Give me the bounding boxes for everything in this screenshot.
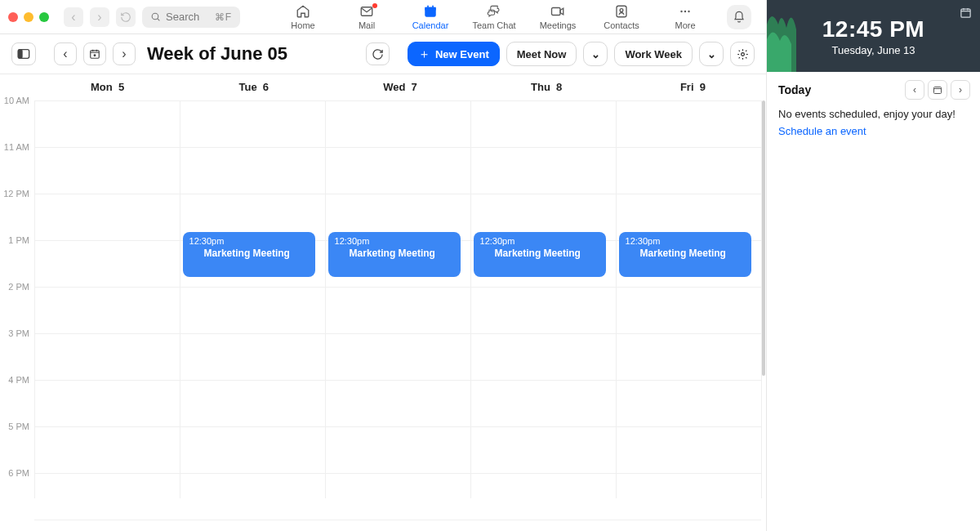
hour-label: 2 PM xyxy=(0,282,34,328)
view-select-dropdown[interactable]: ⌄ xyxy=(699,42,724,66)
today-button[interactable] xyxy=(83,42,106,65)
meet-now-dropdown[interactable]: ⌄ xyxy=(583,42,608,66)
chevron-down-icon: ⌄ xyxy=(591,48,600,60)
calendar-event[interactable]: 12:30pmMarketing Meeting xyxy=(183,232,315,277)
calendar-event[interactable]: 12:30pmMarketing Meeting xyxy=(619,232,751,277)
nav-tab-label: More xyxy=(675,20,695,30)
nav-tab-label: Meetings xyxy=(540,20,577,30)
top-nav: HomeMailCalendarTeam ChatMeetingsContact… xyxy=(271,4,720,30)
nav-history-button[interactable] xyxy=(116,7,136,27)
svg-point-9 xyxy=(680,10,682,11)
sidebar-jump-today[interactable] xyxy=(928,80,947,100)
nav-tab-label: Home xyxy=(291,20,314,30)
prev-week-button[interactable]: ‹ xyxy=(54,42,77,65)
search-placeholder: Search xyxy=(166,11,199,23)
nav-tab-calendar[interactable]: Calendar xyxy=(399,4,462,30)
hour-label: 11 AM xyxy=(0,142,34,189)
meet-now-button[interactable]: Meet Now xyxy=(506,42,577,66)
nav-tab-home[interactable]: Home xyxy=(271,4,335,30)
svg-rect-3 xyxy=(425,7,436,10)
calendar-event[interactable]: 12:30pmMarketing Meeting xyxy=(328,232,461,277)
day-headers: Mon 5Tue 6Wed 7Thu 8Fri 9 xyxy=(34,74,766,100)
day-gridline xyxy=(325,100,326,498)
view-select-button[interactable]: Work Week xyxy=(614,42,693,66)
titlebar: ‹ › Search ⌘F HomeMailCalendarTeam ChatM… xyxy=(0,0,766,34)
grid-body[interactable]: 12:30pmMarketing Meeting12:30pmMarketing… xyxy=(34,100,761,498)
svg-rect-18 xyxy=(934,87,942,94)
svg-rect-6 xyxy=(552,7,561,15)
bell-icon xyxy=(733,11,746,24)
today-icon xyxy=(933,85,942,95)
event-title: Marketing Meeting xyxy=(480,248,599,259)
next-week-button[interactable]: › xyxy=(113,42,136,65)
search-shortcut: ⌘F xyxy=(215,11,232,23)
toggle-sidebar-button[interactable] xyxy=(11,42,36,65)
svg-rect-5 xyxy=(432,5,434,8)
close-window[interactable] xyxy=(8,12,18,22)
day-header: Thu 8 xyxy=(474,74,620,100)
svg-point-0 xyxy=(152,13,158,20)
day-gridline xyxy=(180,100,180,498)
hour-gridline xyxy=(34,520,761,520)
contacts-icon xyxy=(613,4,630,19)
view-label: Work Week xyxy=(625,48,682,60)
hour-gridline xyxy=(34,426,761,427)
refresh-icon xyxy=(372,48,384,60)
sidebar-next-day[interactable]: › xyxy=(951,80,970,100)
event-title: Marketing Meeting xyxy=(189,248,309,259)
refresh-button[interactable] xyxy=(366,42,390,65)
hour-label: 5 PM xyxy=(0,422,34,468)
nav-tab-contacts[interactable]: Contacts xyxy=(590,4,653,30)
svg-point-15 xyxy=(94,55,96,56)
window-controls xyxy=(8,12,49,22)
event-time: 12:30pm xyxy=(626,235,745,247)
hour-gridline xyxy=(34,100,761,101)
scrollbar[interactable] xyxy=(762,100,765,376)
svg-point-16 xyxy=(741,52,744,56)
nav-tab-meetings[interactable]: Meetings xyxy=(526,4,590,30)
new-event-label: New Event xyxy=(435,48,489,60)
plus-icon: ＋ xyxy=(418,47,430,62)
notifications-button[interactable] xyxy=(727,5,751,29)
hour-gridline xyxy=(34,473,761,474)
time-gutter: 10 AM11 AM12 PM1 PM2 PM3 PM4 PM5 PM6 PM xyxy=(0,100,34,520)
nav-tab-more[interactable]: More xyxy=(653,4,717,30)
nav-tab-label: Contacts xyxy=(604,20,639,30)
sidebar-today-row: Today ‹ › xyxy=(767,72,980,105)
nav-tab-team-chat[interactable]: Team Chat xyxy=(462,4,526,30)
agenda-sidebar: 12:45 PM Tuesday, June 13 Today ‹ › No e… xyxy=(766,0,980,531)
sidebar-today-label: Today xyxy=(778,83,811,96)
mini-calendar-icon[interactable] xyxy=(960,7,972,19)
minimize-window[interactable] xyxy=(24,12,33,22)
svg-rect-17 xyxy=(961,9,970,17)
nav-forward-button[interactable]: › xyxy=(90,7,109,27)
calendar-settings-button[interactable] xyxy=(730,42,755,66)
calendar-event[interactable]: 12:30pmMarketing Meeting xyxy=(474,232,606,277)
svg-rect-4 xyxy=(427,5,429,8)
nav-back-button[interactable]: ‹ xyxy=(64,7,83,27)
nav-tab-mail[interactable]: Mail xyxy=(335,4,399,30)
hour-label: 1 PM xyxy=(0,235,34,282)
nav-tab-label: Mail xyxy=(359,20,375,30)
meet-now-label: Meet Now xyxy=(517,48,567,60)
plant-illustration xyxy=(767,0,803,72)
sidebar-empty-text: No events scheduled, enjoy your day! xyxy=(778,108,969,120)
home-icon xyxy=(295,4,311,19)
hour-label: 3 PM xyxy=(0,328,34,375)
chevron-down-icon: ⌄ xyxy=(707,48,716,60)
event-time: 12:30pm xyxy=(335,235,454,247)
event-time: 12:30pm xyxy=(189,235,309,247)
zoom-window[interactable] xyxy=(39,12,49,22)
search-box[interactable]: Search ⌘F xyxy=(142,7,240,28)
calendar-icon xyxy=(422,4,439,19)
sidebar-body: No events scheduled, enjoy your day! Sch… xyxy=(767,105,980,141)
new-event-button[interactable]: ＋ New Event xyxy=(408,42,500,66)
panel-icon xyxy=(17,48,30,60)
calendar-toolbar: ‹ › Week of June 05 ＋ New Event Meet Now… xyxy=(0,34,766,74)
schedule-event-link[interactable]: Schedule an event xyxy=(778,125,866,137)
svg-rect-13 xyxy=(18,50,22,59)
search-icon xyxy=(150,11,161,22)
sidebar-prev-day[interactable]: ‹ xyxy=(905,80,924,100)
day-header: Tue 6 xyxy=(180,74,327,100)
day-header: Mon 5 xyxy=(34,74,180,100)
